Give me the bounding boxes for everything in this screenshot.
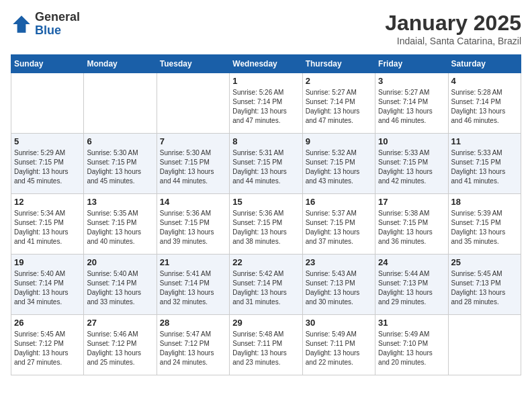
calendar-table: SundayMondayTuesdayWednesdayThursdayFrid…	[11, 54, 521, 375]
day-number: 15	[232, 197, 299, 207]
title-block: January 2025 Indaial, Santa Catarina, Br…	[385, 11, 521, 46]
day-info: Sunrise: 5:27 AM Sunset: 7:14 PM Dayligh…	[378, 88, 445, 126]
day-info: Sunrise: 5:37 AM Sunset: 7:15 PM Dayligh…	[306, 209, 372, 246]
day-info: Sunrise: 5:48 AM Sunset: 7:11 PM Dayligh…	[232, 330, 299, 367]
calendar-week-row: 5Sunrise: 5:29 AM Sunset: 7:15 PM Daylig…	[11, 134, 521, 194]
month-title: January 2025	[385, 11, 521, 36]
day-info: Sunrise: 5:41 AM Sunset: 7:14 PM Dayligh…	[160, 269, 226, 307]
calendar-week-row: 26Sunrise: 5:45 AM Sunset: 7:12 PM Dayli…	[11, 315, 521, 375]
calendar-day-cell: 31Sunrise: 5:49 AM Sunset: 7:10 PM Dayli…	[375, 315, 448, 375]
day-info: Sunrise: 5:40 AM Sunset: 7:14 PM Dayligh…	[87, 269, 153, 307]
calendar-day-cell: 29Sunrise: 5:48 AM Sunset: 7:11 PM Dayli…	[230, 315, 302, 375]
day-number: 7	[160, 136, 226, 146]
calendar-week-row: 1Sunrise: 5:26 AM Sunset: 7:14 PM Daylig…	[11, 73, 521, 134]
calendar-day-cell: 18Sunrise: 5:39 AM Sunset: 7:15 PM Dayli…	[448, 194, 521, 255]
calendar-day-cell: 1Sunrise: 5:26 AM Sunset: 7:14 PM Daylig…	[230, 73, 302, 134]
calendar-day-cell: 21Sunrise: 5:41 AM Sunset: 7:14 PM Dayli…	[157, 255, 229, 315]
day-info: Sunrise: 5:40 AM Sunset: 7:14 PM Dayligh…	[14, 269, 81, 307]
day-number: 31	[378, 318, 445, 328]
calendar-day-cell	[448, 315, 521, 375]
day-number: 5	[14, 136, 81, 146]
day-number: 20	[87, 257, 153, 267]
calendar-day-cell: 17Sunrise: 5:38 AM Sunset: 7:15 PM Dayli…	[375, 194, 448, 255]
location: Indaial, Santa Catarina, Brazil	[385, 36, 521, 46]
day-info: Sunrise: 5:45 AM Sunset: 7:12 PM Dayligh…	[14, 330, 81, 367]
calendar-day-cell: 28Sunrise: 5:47 AM Sunset: 7:12 PM Dayli…	[157, 315, 229, 375]
calendar-day-cell: 7Sunrise: 5:30 AM Sunset: 7:15 PM Daylig…	[157, 134, 229, 194]
day-info: Sunrise: 5:34 AM Sunset: 7:15 PM Dayligh…	[14, 209, 81, 246]
calendar-day-cell: 15Sunrise: 5:36 AM Sunset: 7:15 PM Dayli…	[230, 194, 302, 255]
calendar-day-cell: 12Sunrise: 5:34 AM Sunset: 7:15 PM Dayli…	[11, 194, 84, 255]
day-number: 26	[14, 318, 81, 328]
calendar-day-cell: 22Sunrise: 5:42 AM Sunset: 7:14 PM Dayli…	[230, 255, 302, 315]
calendar-day-cell: 9Sunrise: 5:32 AM Sunset: 7:15 PM Daylig…	[302, 134, 375, 194]
day-number: 23	[306, 257, 372, 267]
day-number: 4	[451, 76, 518, 86]
day-number: 8	[232, 136, 299, 146]
logo-blue: Blue	[35, 24, 61, 37]
calendar-day-cell: 4Sunrise: 5:28 AM Sunset: 7:14 PM Daylig…	[448, 73, 521, 134]
day-number: 2	[306, 76, 372, 86]
day-info: Sunrise: 5:49 AM Sunset: 7:10 PM Dayligh…	[378, 330, 445, 367]
day-info: Sunrise: 5:33 AM Sunset: 7:15 PM Dayligh…	[378, 148, 445, 186]
day-info: Sunrise: 5:30 AM Sunset: 7:15 PM Dayligh…	[87, 148, 153, 186]
day-info: Sunrise: 5:33 AM Sunset: 7:15 PM Dayligh…	[451, 148, 518, 186]
calendar-header-tuesday: Tuesday	[157, 55, 229, 73]
day-number: 12	[14, 197, 81, 207]
calendar-day-cell: 2Sunrise: 5:27 AM Sunset: 7:14 PM Daylig…	[302, 73, 375, 134]
day-number: 9	[306, 136, 372, 146]
calendar-header-row: SundayMondayTuesdayWednesdayThursdayFrid…	[11, 55, 521, 73]
calendar-day-cell: 26Sunrise: 5:45 AM Sunset: 7:12 PM Dayli…	[11, 315, 84, 375]
day-info: Sunrise: 5:36 AM Sunset: 7:15 PM Dayligh…	[160, 209, 226, 246]
day-info: Sunrise: 5:36 AM Sunset: 7:15 PM Dayligh…	[232, 209, 299, 246]
calendar-day-cell: 5Sunrise: 5:29 AM Sunset: 7:15 PM Daylig…	[11, 134, 84, 194]
day-number: 10	[378, 136, 445, 146]
calendar-day-cell: 8Sunrise: 5:31 AM Sunset: 7:15 PM Daylig…	[230, 134, 302, 194]
day-info: Sunrise: 5:32 AM Sunset: 7:15 PM Dayligh…	[306, 148, 372, 186]
day-number: 11	[451, 136, 518, 146]
day-info: Sunrise: 5:42 AM Sunset: 7:14 PM Dayligh…	[232, 269, 299, 307]
calendar-day-cell: 16Sunrise: 5:37 AM Sunset: 7:15 PM Dayli…	[302, 194, 375, 255]
day-info: Sunrise: 5:38 AM Sunset: 7:15 PM Dayligh…	[378, 209, 445, 246]
calendar-week-row: 19Sunrise: 5:40 AM Sunset: 7:14 PM Dayli…	[11, 255, 521, 315]
day-number: 24	[378, 257, 445, 267]
day-number: 6	[87, 136, 153, 146]
calendar-day-cell: 27Sunrise: 5:46 AM Sunset: 7:12 PM Dayli…	[84, 315, 157, 375]
day-info: Sunrise: 5:49 AM Sunset: 7:11 PM Dayligh…	[306, 330, 372, 367]
day-number: 25	[451, 257, 518, 267]
calendar-header-wednesday: Wednesday	[230, 55, 302, 73]
day-number: 27	[87, 318, 153, 328]
logo-icon	[11, 13, 32, 35]
calendar-header-monday: Monday	[84, 55, 157, 73]
calendar-day-cell	[11, 73, 84, 134]
day-number: 13	[87, 197, 153, 207]
day-number: 14	[160, 197, 226, 207]
calendar-day-cell: 30Sunrise: 5:49 AM Sunset: 7:11 PM Dayli…	[302, 315, 375, 375]
calendar-week-row: 12Sunrise: 5:34 AM Sunset: 7:15 PM Dayli…	[11, 194, 521, 255]
day-number: 28	[160, 318, 226, 328]
day-number: 22	[232, 257, 299, 267]
calendar-day-cell: 11Sunrise: 5:33 AM Sunset: 7:15 PM Dayli…	[448, 134, 521, 194]
logo-general: General	[35, 10, 80, 24]
page-header: General Blue January 2025 Indaial, Santa…	[11, 11, 521, 46]
calendar-day-cell: 6Sunrise: 5:30 AM Sunset: 7:15 PM Daylig…	[84, 134, 157, 194]
day-info: Sunrise: 5:35 AM Sunset: 7:15 PM Dayligh…	[87, 209, 153, 246]
calendar-header-friday: Friday	[375, 55, 448, 73]
day-info: Sunrise: 5:27 AM Sunset: 7:14 PM Dayligh…	[306, 88, 372, 126]
day-number: 19	[14, 257, 81, 267]
day-info: Sunrise: 5:28 AM Sunset: 7:14 PM Dayligh…	[451, 88, 518, 126]
calendar-day-cell: 20Sunrise: 5:40 AM Sunset: 7:14 PM Dayli…	[84, 255, 157, 315]
day-number: 1	[232, 76, 299, 86]
day-info: Sunrise: 5:45 AM Sunset: 7:13 PM Dayligh…	[451, 269, 518, 307]
svg-marker-0	[13, 15, 30, 33]
day-info: Sunrise: 5:30 AM Sunset: 7:15 PM Dayligh…	[160, 148, 226, 186]
day-info: Sunrise: 5:31 AM Sunset: 7:15 PM Dayligh…	[232, 148, 299, 186]
day-info: Sunrise: 5:47 AM Sunset: 7:12 PM Dayligh…	[160, 330, 226, 367]
day-number: 18	[451, 197, 518, 207]
calendar-day-cell	[84, 73, 157, 134]
day-number: 16	[306, 197, 372, 207]
day-number: 3	[378, 76, 445, 86]
day-info: Sunrise: 5:39 AM Sunset: 7:15 PM Dayligh…	[451, 209, 518, 246]
calendar-header-saturday: Saturday	[448, 55, 521, 73]
calendar-day-cell: 3Sunrise: 5:27 AM Sunset: 7:14 PM Daylig…	[375, 73, 448, 134]
